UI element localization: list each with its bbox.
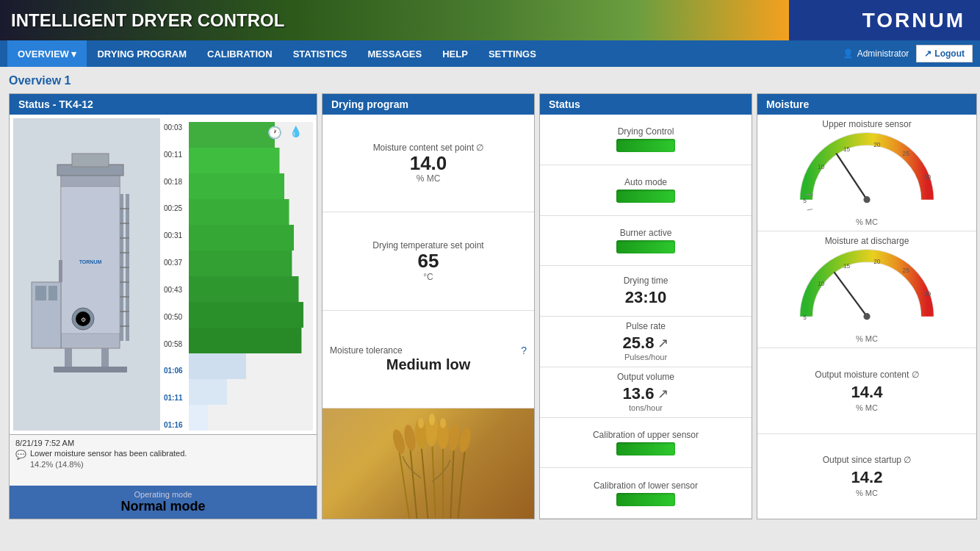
dp-tolerance-row: Moisture tolerance ? Medium low (323, 311, 534, 408)
svg-line-62 (807, 209, 813, 210)
svg-point-56 (440, 418, 446, 428)
nav-settings[interactable]: SETTINGS (478, 40, 547, 67)
panel-moisture: Moisture Upper moisture sensor (757, 93, 977, 519)
svg-text:30: 30 (924, 291, 932, 298)
svg-rect-28 (189, 122, 275, 148)
log-date: 8/21/19 7:52 AM (15, 439, 311, 447)
drying-control-indicator (616, 139, 675, 152)
drying-time-value: 23:10 (625, 288, 666, 307)
burner-active-indicator (616, 240, 675, 253)
svg-point-71 (863, 196, 870, 203)
svg-rect-36 (189, 328, 301, 353)
svg-point-54 (418, 418, 424, 428)
dp-temp-unit: °C (330, 272, 527, 282)
lower-sensor-label: Calibration of lower sensor (594, 480, 698, 491)
svg-rect-24 (48, 286, 57, 300)
svg-rect-35 (189, 302, 303, 328)
svg-line-70 (837, 154, 867, 199)
nav-drying-program[interactable]: DRYING PROGRAM (87, 40, 197, 67)
status-pulse-rate: Pulse rate 25.8 ↗ Pulses/hour (540, 317, 752, 367)
svg-rect-37 (189, 353, 246, 379)
svg-text:TORNUM: TORNUM (79, 259, 102, 264)
output-moisture-value: 14.4 (851, 383, 883, 402)
wheat-svg (355, 408, 502, 519)
svg-line-46 (458, 447, 465, 519)
svg-text:10: 10 (818, 281, 825, 287)
discharge-unit: % MC (856, 334, 878, 343)
svg-rect-29 (189, 148, 280, 173)
time-7: 00:50 (164, 313, 187, 321)
tornum-logo: TORNUM (862, 9, 965, 32)
pulse-rate-unit: Pulses/hour (624, 353, 667, 361)
startup-moisture-section: Output since startup ∅ 14.2 % MC (757, 434, 976, 519)
dp-tolerance-label: Moisture tolerance (330, 345, 403, 356)
svg-rect-7 (54, 367, 127, 372)
svg-text:15: 15 (843, 146, 851, 153)
svg-text:5: 5 (803, 314, 807, 321)
svg-text:20: 20 (873, 142, 881, 148)
main-grid: Status - TK4-12 (9, 93, 971, 519)
panel-body-moisture: Upper moisture sensor (757, 115, 976, 519)
discharge-gauge: 5 10 15 20 25 30 (786, 249, 948, 333)
operating-mode-label: Operating mode (17, 490, 309, 499)
dryer-svg: ⚙ (17, 150, 156, 400)
output-volume-arrow[interactable]: ↗ (657, 386, 669, 402)
drying-control-label: Drying Control (618, 126, 674, 137)
logout-icon: ↗ (924, 48, 932, 59)
panel-body-tk: ⚙ (10, 115, 317, 519)
time-9: 01:06 (164, 367, 187, 375)
svg-text:20: 20 (873, 259, 881, 265)
nav-help[interactable]: HELP (432, 40, 478, 67)
status-lower-sensor: Calibration of lower sensor (540, 468, 752, 519)
dp-temp-value: 65 (330, 251, 527, 272)
pulse-rate-arrow[interactable]: ↗ (657, 335, 669, 351)
nav-overview[interactable]: OVERVIEW ▾ (7, 40, 87, 67)
logout-label: Logout (934, 48, 965, 59)
output-moisture-section: Output moisture content ∅ 14.4 % MC (757, 348, 976, 434)
log-message-row: 💬 Lower moisture sensor has been calibra… (15, 449, 311, 460)
startup-label: Output since startup ∅ (823, 455, 912, 465)
svg-rect-30 (189, 173, 284, 199)
svg-text:25: 25 (903, 151, 910, 157)
dp-moisture-label: Moisture content set point ∅ (330, 143, 527, 153)
output-volume-unit: tons/hour (629, 403, 663, 412)
time-6: 00:43 (164, 286, 187, 294)
panel-header-moisture: Moisture (757, 94, 976, 115)
svg-point-53 (458, 427, 473, 453)
operating-mode-section: Operating mode Normal mode (10, 486, 317, 519)
svg-text:10: 10 (818, 164, 825, 170)
panel-drying-program: Drying program Moisture content set poin… (322, 93, 535, 519)
dp-help-icon[interactable]: ? (521, 345, 527, 356)
burner-active-label: Burner active (620, 228, 672, 238)
clock-icon: 🕐 (267, 126, 282, 140)
svg-text:25: 25 (903, 267, 910, 274)
output-moisture-unit: % MC (856, 403, 878, 412)
dp-wheat-image (323, 408, 534, 519)
startup-unit: % MC (856, 489, 878, 497)
operating-mode-value: Normal mode (17, 499, 309, 514)
log-sub-text: 14.2% (14.8%) (30, 460, 311, 469)
page-title: Overview 1 (9, 74, 971, 87)
time-8: 00:58 (164, 340, 187, 348)
tk-main-content: ⚙ (10, 115, 317, 434)
status-burner-active: Burner active (540, 216, 752, 267)
svg-point-79 (863, 313, 870, 320)
log-icon: 💬 (15, 450, 26, 460)
time-label-column: 00:03 00:11 00:18 00:25 00:31 00:37 00:4… (164, 122, 187, 431)
user-icon: 👤 (843, 48, 854, 59)
nav-messages[interactable]: MESSAGES (358, 40, 433, 67)
upper-gauge-svg: 5 10 15 20 25 30 (786, 132, 948, 213)
svg-line-63 (807, 194, 813, 195)
svg-text:5: 5 (803, 198, 807, 204)
upper-gauge: 5 10 15 20 25 30 (786, 132, 948, 216)
svg-rect-25 (59, 260, 62, 282)
upper-moisture-unit: % MC (856, 217, 878, 226)
nav-user: 👤 Administrator (843, 48, 909, 59)
logout-button[interactable]: ↗ Logout (916, 45, 973, 62)
auto-mode-indicator (616, 190, 675, 203)
auto-mode-label: Auto mode (624, 177, 667, 187)
status-drying-control: Drying Control (540, 115, 752, 165)
bar-chart-svg (189, 122, 313, 431)
nav-statistics[interactable]: STATISTICS (283, 40, 358, 67)
nav-calibration[interactable]: CALIBRATION (197, 40, 283, 67)
